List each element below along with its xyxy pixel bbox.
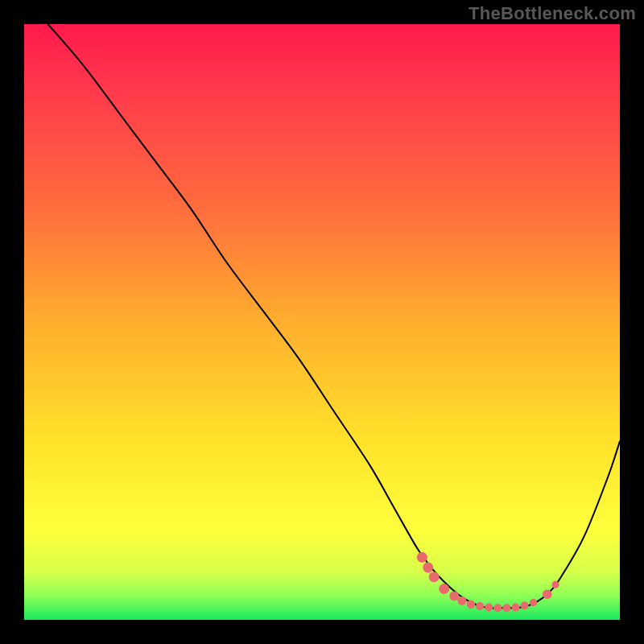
marker-dot — [493, 604, 502, 612]
marker-dot — [417, 552, 427, 563]
marker-dot — [551, 581, 559, 588]
marker-dot — [543, 589, 552, 599]
marker-dot — [439, 584, 449, 594]
gradient-background — [24, 24, 620, 620]
marker-dot — [485, 603, 493, 611]
marker-dot — [457, 597, 466, 605]
marker-dot — [530, 599, 537, 606]
bottleneck-chart — [24, 24, 620, 620]
marker-dot — [467, 601, 475, 609]
marker-dot — [423, 562, 433, 572]
marker-dot — [521, 601, 529, 609]
marker-dot — [429, 572, 440, 582]
chart-container: TheBottleneck.com — [0, 0, 644, 644]
marker-dot — [449, 591, 459, 601]
marker-dot — [512, 603, 520, 611]
watermark-text: TheBottleneck.com — [469, 3, 636, 24]
marker-dot — [476, 602, 484, 610]
marker-dot — [502, 604, 510, 612]
